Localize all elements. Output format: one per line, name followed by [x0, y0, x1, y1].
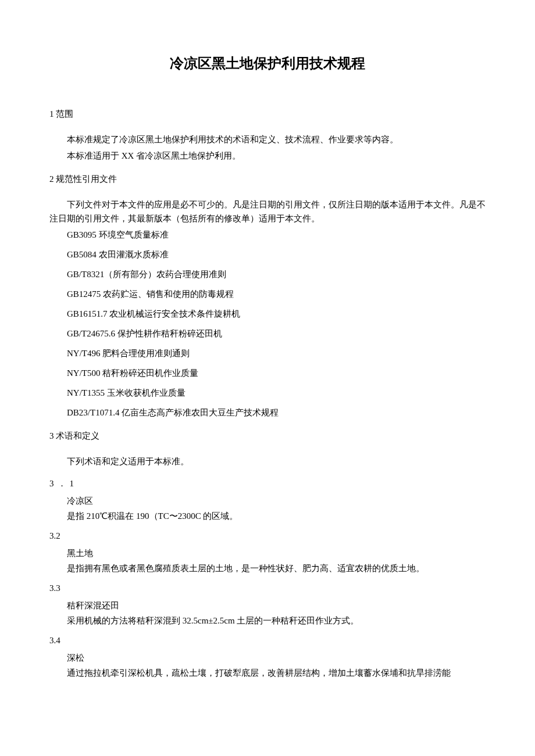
term-name-3-1: 冷凉区	[67, 494, 486, 508]
term-number-3-1: 3．1	[49, 476, 486, 490]
section-1-heading: 1 范围	[49, 107, 486, 121]
term-desc-3-1: 是指 210℃积温在 190（TC〜2300C 的区域。	[67, 509, 486, 523]
term-desc-3-4: 通过拖拉机牵引深松机具，疏松土壤，打破犁底层，改善耕层结构，增加土壤蓄水保埔和抗…	[67, 666, 486, 680]
reference-item: GB/T8321（所有部分）农药合理使用准则	[49, 267, 486, 281]
term-desc-3-2: 是指拥有黑色或者黑色腐殖质表土层的土地，是一种性状好、肥力高、适宜农耕的优质土地…	[67, 561, 486, 575]
term-desc-3-3: 采用机械的方法将秸秆深混到 32.5cm±2.5cm 土层的一种秸秆还田作业方式…	[67, 614, 486, 628]
reference-item: NY/T496 肥料合理使用准则通则	[49, 346, 486, 360]
section-2-heading: 2 规范性引用文件	[49, 172, 486, 186]
section-1-para-2: 本标准适用于 XX 省冷凉区黑土地保护利用。	[49, 149, 486, 163]
reference-item: GB16151.7 农业机械运行安全技术条件旋耕机	[49, 307, 486, 321]
reference-item: GB12475 农药贮运、销售和使用的防毒规程	[49, 287, 486, 301]
term-name-3-2: 黑土地	[67, 546, 486, 560]
reference-item: DB23/T1071.4 亿亩生态高产标准农田大豆生产技术规程	[49, 406, 486, 420]
section-1-para-1: 本标准规定了冷凉区黑土地保护利用技术的术语和定义、技术流程、作业要求等内容。	[49, 132, 486, 146]
section-3-heading: 3 术语和定义	[49, 429, 486, 443]
term-number-3-3: 3.3	[49, 581, 486, 595]
term-name-3-3: 秸秆深混还田	[67, 599, 486, 612]
term-number-3-4: 3.4	[49, 633, 486, 647]
section-3-intro: 下列术语和定义适用于本标准。	[49, 454, 486, 468]
reference-list: GB3095 环境空气质量标准 GB5084 农田灌溉水质标准 GB/T8321…	[49, 228, 486, 420]
reference-item: GB/T24675.6 保护性耕作秸秆粉碎还田机	[49, 327, 486, 341]
term-name-3-4: 深松	[67, 651, 486, 665]
reference-item: NY/T1355 玉米收获机作业质量	[49, 386, 486, 400]
section-2-intro: 下列文件对于本文件的应用是必不可少的。凡是注日期的引用文件，仅所注日期的版本适用…	[49, 198, 486, 225]
term-number-3-2: 3.2	[49, 529, 486, 543]
document-title: 冷凉区黑土地保护利用技术规程	[49, 52, 486, 74]
reference-item: NY/T500 秸秆粉碎还田机作业质量	[49, 366, 486, 380]
reference-item: GB3095 环境空气质量标准	[49, 228, 486, 242]
reference-item: GB5084 农田灌溉水质标准	[49, 248, 486, 261]
